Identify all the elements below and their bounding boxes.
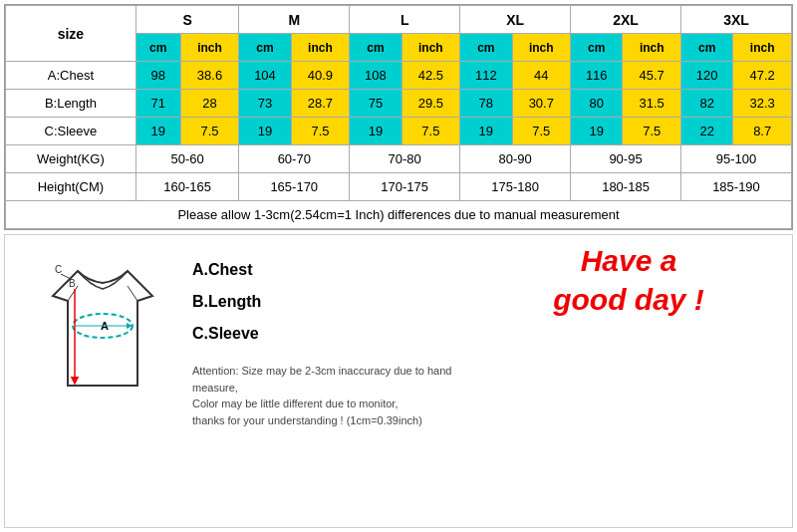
height-2xl: 180-185 <box>571 173 681 201</box>
shirt-svg: A B C <box>23 251 182 410</box>
sleeve-xl-cm: 19 <box>460 118 512 145</box>
attention-text: Attention: Size may be 2-3cm inaccuracy … <box>192 363 483 428</box>
subh-cm-3: cm <box>350 34 401 62</box>
size-table-section: size S M L XL 2XL 3XL cm inch cm inch cm… <box>4 4 793 230</box>
subh-inch-5: inch <box>623 34 681 62</box>
sleeve-label-text: C.Sleeve <box>192 325 483 343</box>
subh-inch-2: inch <box>291 34 350 62</box>
sleeve-3xl-inch: 8.7 <box>733 118 792 145</box>
subh-inch-3: inch <box>401 34 460 62</box>
sleeve-s-cm: 19 <box>135 118 180 145</box>
chest-l-cm: 108 <box>350 62 401 90</box>
size-2xl-header: 2XL <box>571 6 681 34</box>
chest-3xl-inch: 47.2 <box>733 62 792 90</box>
length-m-inch: 28.7 <box>291 90 350 118</box>
chest-l-inch: 42.5 <box>401 62 460 90</box>
sleeve-m-cm: 19 <box>239 118 291 145</box>
sleeve-m-inch: 7.5 <box>291 118 350 145</box>
height-s: 160-165 <box>135 173 238 201</box>
shirt-diagram: A B C <box>13 241 192 410</box>
weight-xl: 80-90 <box>460 145 571 173</box>
svg-text:C: C <box>55 264 62 275</box>
chest-s-inch: 38.6 <box>180 62 239 90</box>
size-l-header: L <box>350 6 460 34</box>
chest-m-inch: 40.9 <box>291 62 350 90</box>
sleeve-l-inch: 7.5 <box>401 118 460 145</box>
length-s-cm: 71 <box>135 90 180 118</box>
length-xl-cm: 78 <box>460 90 512 118</box>
chest-3xl-cm: 120 <box>680 62 732 90</box>
sleeve-l-cm: 19 <box>350 118 401 145</box>
length-label: B:Length <box>6 90 136 118</box>
weight-l: 70-80 <box>350 145 460 173</box>
sleeve-3xl-cm: 22 <box>680 118 732 145</box>
chest-label-text: A.Chest <box>192 261 483 279</box>
note-row: Please allow 1-3cm(2.54cm=1 Inch) differ… <box>6 201 792 229</box>
sleeve-label: C:Sleeve <box>6 118 136 145</box>
sleeve-2xl-inch: 7.5 <box>623 118 681 145</box>
main-container: size S M L XL 2XL 3XL cm inch cm inch cm… <box>0 0 797 532</box>
size-table: size S M L XL 2XL 3XL cm inch cm inch cm… <box>5 5 792 229</box>
chest-xl-cm: 112 <box>460 62 512 90</box>
sleeve-row: C:Sleeve 19 7.5 19 7.5 19 7.5 19 7.5 19 … <box>6 118 792 145</box>
chest-s-cm: 98 <box>135 62 180 90</box>
weight-label: Weight(KG) <box>6 145 136 173</box>
length-label-text: B.Length <box>192 293 483 311</box>
chest-row: A:Chest 98 38.6 104 40.9 108 42.5 112 44… <box>6 62 792 90</box>
measurements-labels: A.Chest B.Length C.Sleeve Attention: Siz… <box>192 241 483 428</box>
height-3xl: 185-190 <box>680 173 791 201</box>
length-row: B:Length 71 28 73 28.7 75 29.5 78 30.7 8… <box>6 90 792 118</box>
weight-s: 50-60 <box>135 145 238 173</box>
subh-cm-6: cm <box>680 34 732 62</box>
chest-2xl-cm: 116 <box>571 62 623 90</box>
height-label: Height(CM) <box>6 173 136 201</box>
subh-inch-1: inch <box>180 34 239 62</box>
height-xl: 175-180 <box>460 173 571 201</box>
subh-cm-4: cm <box>460 34 512 62</box>
chest-2xl-inch: 45.7 <box>623 62 681 90</box>
sleeve-xl-inch: 7.5 <box>512 118 571 145</box>
size-3xl-header: 3XL <box>680 6 791 34</box>
sleeve-2xl-cm: 19 <box>571 118 623 145</box>
weight-row: Weight(KG) 50-60 60-70 70-80 80-90 90-95… <box>6 145 792 173</box>
chest-xl-inch: 44 <box>512 62 571 90</box>
size-xl-header: XL <box>460 6 571 34</box>
svg-text:B: B <box>69 278 76 289</box>
height-m: 165-170 <box>239 173 350 201</box>
length-3xl-inch: 32.3 <box>733 90 792 118</box>
subh-cm-2: cm <box>239 34 291 62</box>
subh-inch-6: inch <box>733 34 792 62</box>
subh-inch-4: inch <box>512 34 571 62</box>
height-l: 170-175 <box>350 173 460 201</box>
size-header-row: size S M L XL 2XL 3XL <box>6 6 792 34</box>
chest-label: A:Chest <box>6 62 136 90</box>
chest-m-cm: 104 <box>239 62 291 90</box>
length-xl-inch: 30.7 <box>512 90 571 118</box>
length-2xl-inch: 31.5 <box>623 90 681 118</box>
height-row: Height(CM) 160-165 165-170 170-175 175-1… <box>6 173 792 201</box>
good-day-text: Have agood day ! <box>483 241 784 319</box>
length-l-cm: 75 <box>350 90 401 118</box>
weight-3xl: 95-100 <box>680 145 791 173</box>
bottom-section: A B C <box>4 234 793 528</box>
subh-cm-5: cm <box>571 34 623 62</box>
note-text: Please allow 1-3cm(2.54cm=1 Inch) differ… <box>6 201 792 229</box>
sleeve-s-inch: 7.5 <box>180 118 239 145</box>
weight-m: 60-70 <box>239 145 350 173</box>
size-label-header: size <box>6 6 136 62</box>
subh-cm-1: cm <box>135 34 180 62</box>
length-l-inch: 29.5 <box>401 90 460 118</box>
size-s-header: S <box>135 6 238 34</box>
size-m-header: M <box>239 6 350 34</box>
length-2xl-cm: 80 <box>571 90 623 118</box>
svg-line-5 <box>61 274 71 279</box>
length-m-cm: 73 <box>239 90 291 118</box>
weight-2xl: 90-95 <box>571 145 681 173</box>
length-s-inch: 28 <box>180 90 239 118</box>
length-3xl-cm: 82 <box>680 90 732 118</box>
